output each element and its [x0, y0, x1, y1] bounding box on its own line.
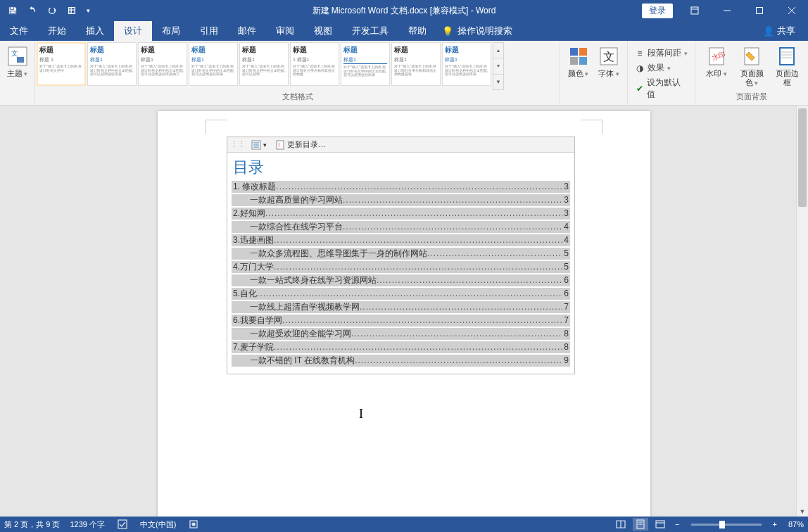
themes-button[interactable]: 文 主题 — [4, 44, 30, 78]
toc-entry[interactable]: 一款超高质量的学习网站.............................… — [232, 194, 570, 206]
toc-entry[interactable]: 一款众多流程图、思维导图集于一身的制作网站...................… — [232, 248, 570, 260]
zoom-out-button[interactable]: − — [672, 520, 682, 528]
ribbon-display-options-button[interactable] — [678, 0, 711, 21]
tab-developer[interactable]: 开发工具 — [342, 21, 398, 41]
toc-entry-text: 7.麦子学院 — [233, 341, 274, 353]
zoom-in-button[interactable]: + — [770, 520, 780, 528]
toc-entry[interactable]: 3.迅捷画图..................................… — [232, 234, 570, 246]
tell-me-search[interactable]: 💡 操作说明搜索 — [436, 21, 518, 41]
effects-button[interactable]: ◑效果▾ — [632, 61, 690, 75]
tab-review[interactable]: 审阅 — [266, 21, 304, 41]
toc-content-control[interactable]: ⋮⋮ ▾ !更新目录… 目录 1. 修改标题..................… — [227, 137, 575, 374]
toc-entry[interactable]: 5.自化....................................… — [232, 288, 570, 300]
web-layout-button[interactable] — [652, 518, 668, 531]
title-bar: ▾ 新建 Microsoft Word 文档.docx [兼容模式] - Wor… — [0, 0, 808, 21]
toc-entry-text: 6.我要自学网 — [233, 315, 282, 327]
toc-entry[interactable]: 7.麦子学院..................................… — [232, 341, 570, 353]
page-number-status[interactable]: 第 2 页，共 9 页 — [4, 519, 60, 530]
document-area[interactable]: ⋮⋮ ▾ !更新目录… 目录 1. 修改标题..................… — [0, 106, 808, 517]
fonts-button[interactable]: 文 字体 — [595, 44, 624, 78]
qat-customize-button[interactable]: ▾ — [83, 1, 93, 20]
toc-update-button[interactable]: !更新目录… — [272, 139, 329, 151]
toc-entry[interactable]: 一款不错的 IT 在线教育机构.........................… — [232, 355, 570, 367]
scroll-thumb[interactable] — [798, 108, 807, 207]
read-mode-button[interactable] — [613, 518, 629, 531]
quick-access-toolbar: ▾ — [0, 1, 93, 20]
vertical-scrollbar[interactable]: ▲ ▼ — [796, 106, 808, 517]
macro-recording-icon[interactable] — [186, 518, 201, 531]
toc-entry-page: 6 — [562, 289, 569, 298]
gallery-scroll-up[interactable]: ▴ — [493, 43, 503, 58]
tab-view[interactable]: 视图 — [304, 21, 342, 41]
tab-mailings[interactable]: 邮件 — [228, 21, 266, 41]
toc-entry[interactable]: 一款超受欢迎的全能学习网............................… — [232, 328, 570, 340]
spell-check-icon[interactable] — [115, 518, 130, 531]
tab-layout[interactable]: 布局 — [152, 21, 190, 41]
watermark-button[interactable]: 水印 水印 — [702, 44, 731, 78]
toc-drag-handle[interactable]: ⋮⋮ — [230, 140, 246, 149]
toc-entry[interactable]: 1. 修改标题.................................… — [232, 181, 570, 193]
page-borders-button[interactable]: 页面边框 — [772, 44, 802, 87]
group-colors-fonts: 颜色 文 字体 — [560, 41, 628, 105]
share-button[interactable]: 👤 共享 — [757, 25, 801, 37]
toc-entry-page: 6 — [562, 275, 569, 285]
styles-gallery: 标题标题 1对于"插入"选项卡上的库,在设计时与文档中 标题标题1对于"插入"选… — [35, 41, 560, 90]
style-thumb-6[interactable]: 标题标题1对于"插入"选项卡上的库,在设计时与文档中的文本匹配,您可以使用这些库… — [341, 42, 390, 86]
toc-options-button[interactable]: ▾ — [248, 139, 270, 151]
style-thumb-8[interactable]: 标题标题1对于"插入"选项卡上的库,在设计时与文档中的文本匹配,您可以使用这些库… — [442, 42, 491, 86]
gallery-more-button[interactable]: ▼ — [493, 75, 503, 89]
tab-file[interactable]: 文件 — [0, 21, 38, 41]
login-button[interactable]: 登录 — [642, 4, 673, 18]
text-cursor — [359, 407, 360, 419]
language-status[interactable]: 中文(中国) — [140, 519, 176, 530]
toc-leader-dots: ........................................… — [355, 355, 562, 365]
style-thumb-3[interactable]: 标题标题1对于"插入"选项卡上的库,在设计时与文档中的文本匹配,您可以使用这些库… — [189, 42, 238, 86]
toc-leader-dots: ........................................… — [343, 222, 562, 232]
tab-design[interactable]: 设计 — [114, 21, 152, 41]
tab-help[interactable]: 帮助 — [398, 21, 436, 41]
toc-entry-page: 4 — [562, 222, 569, 232]
print-layout-button[interactable] — [633, 518, 648, 531]
touch-mode-button[interactable] — [63, 1, 80, 20]
svg-rect-25 — [118, 520, 127, 528]
tab-references[interactable]: 引用 — [190, 21, 228, 41]
paragraph-spacing-button[interactable]: ≡段落间距▾ — [632, 46, 690, 60]
style-thumb-1[interactable]: 标题标题1对于"插入"选项卡上的库,在设计时与文档中的文本匹配,您可以使用这些库… — [87, 42, 137, 86]
document-page[interactable]: ⋮⋮ ▾ !更新目录… 目录 1. 修改标题..................… — [158, 111, 650, 517]
toc-entry[interactable]: 2.好知网...................................… — [232, 208, 570, 220]
style-thumb-0[interactable]: 标题标题 1对于"插入"选项卡上的库,在设计时与文档中 — [37, 42, 86, 86]
tab-home[interactable]: 开始 — [38, 21, 76, 41]
close-button[interactable] — [776, 0, 808, 21]
undo-button[interactable] — [24, 1, 41, 20]
scroll-down-button[interactable]: ▼ — [798, 507, 807, 517]
tab-insert[interactable]: 插入 — [76, 21, 114, 41]
word-count-status[interactable]: 1239 个字 — [70, 519, 105, 530]
minimize-button[interactable] — [711, 0, 743, 21]
gallery-scroll-down[interactable]: ▾ — [493, 58, 503, 74]
toc-entry[interactable]: 6.我要自学网.................................… — [232, 315, 570, 327]
colors-button[interactable]: 颜色 — [564, 44, 593, 78]
style-thumb-5[interactable]: 标题1 标题1对于"插入"选项卡上的库,在设计部分分类名称和其他文档构建 — [290, 42, 339, 86]
toc-entry[interactable]: 一款一站式终身在线学习资源网站.........................… — [232, 274, 570, 286]
style-thumb-2[interactable]: 标题标题1对于"插入"选项卡上的库,在设计时与文档中的文本匹配,您可以使用这些库… — [138, 42, 187, 86]
gallery-scroll: ▴ ▾ ▼ — [493, 42, 504, 90]
svg-text:文: 文 — [603, 51, 614, 63]
maximize-button[interactable] — [743, 0, 776, 21]
save-button[interactable] — [4, 1, 21, 20]
style-thumb-4[interactable]: 标题标题1对于"插入"选项卡上的库,在设计时与文档中的文本匹配,您可以使用 — [239, 42, 289, 86]
toc-entry-page: 7 — [562, 302, 569, 312]
group-themes: 文 主题 — [0, 41, 35, 105]
toc-entry[interactable]: 一款线上超清自学视频教学网...........................… — [232, 301, 570, 313]
zoom-level[interactable]: 87% — [784, 520, 804, 528]
svg-rect-4 — [691, 7, 698, 14]
style-thumb-7[interactable]: 标题标题1对于"插入"选项卡上的库,在设计部分分类名称和其他文档构建基块 — [391, 42, 441, 86]
svg-rect-5 — [757, 8, 763, 14]
set-as-default-button[interactable]: ✔设为默认值 — [632, 76, 690, 101]
zoom-slider[interactable] — [691, 524, 762, 526]
toc-leader-dots: ........................................… — [377, 275, 562, 285]
toc-entry[interactable]: 4.万门大学..................................… — [232, 261, 570, 273]
page-color-button[interactable]: 页面颜色 — [737, 44, 766, 87]
redo-button[interactable] — [44, 1, 61, 20]
themes-label: 主题 — [7, 69, 28, 78]
toc-entry[interactable]: 一款综合性在线学习平台.............................… — [232, 221, 570, 233]
